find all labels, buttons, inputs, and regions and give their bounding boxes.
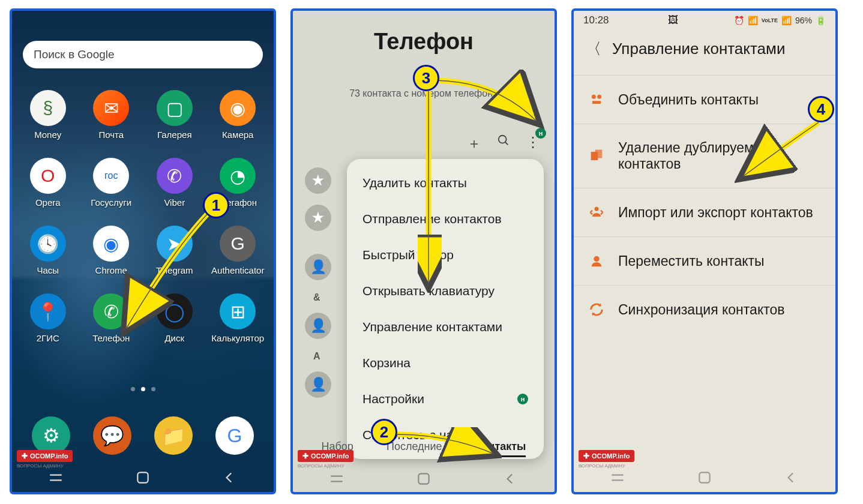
menu-item[interactable]: Быстрый набор [347,237,544,273]
app-chrome[interactable]: ◉Chrome [82,226,142,275]
home-button[interactable] [697,470,712,485]
recents-button[interactable] [610,470,625,485]
back-button[interactable] [784,470,799,485]
app-часы[interactable]: 🕓Часы [18,226,78,275]
app-label: Почта [98,130,124,140]
setting-item[interactable]: Переместить контакты [574,236,835,285]
contact-avatar[interactable]: ★ [305,205,331,231]
app-камера[interactable]: ◉Камера [208,90,268,140]
svg-rect-6 [595,150,603,158]
dock-messages[interactable]: 💬 [93,416,131,455]
app-2гис[interactable]: 📍2ГИС [18,293,78,343]
tab-Контакты[interactable]: Контакты [475,440,526,457]
overflow-menu: Удалить контактыОтправление контактовБыс… [347,159,544,459]
contact-avatar[interactable]: ★ [305,167,331,194]
setting-item[interactable]: Импорт или экспорт контактов [574,188,835,236]
contact-avatar[interactable]: 👤 [305,254,331,280]
app-label: Диск [164,333,184,343]
status-time: 10:28 [583,14,609,26]
app-label: 2ГИС [37,333,59,343]
setting-label: Импорт или экспорт контактов [618,205,813,221]
setting-label: Переместить контакты [618,253,765,269]
dock-files[interactable]: 📁 [154,416,193,455]
menu-item[interactable]: Открывать клавиатуру [347,273,544,309]
menu-item[interactable]: Корзина [347,345,544,381]
home-button[interactable] [135,470,151,485]
app-grid: §Money✉Почта▢Галерея◉КамераOOperaгосГосу… [18,90,268,343]
menu-item[interactable]: Отправление контактов [347,201,544,237]
app-opera[interactable]: OOpera [18,158,78,208]
app-viber[interactable]: ✆Viber [145,158,205,208]
phone-homescreen: Поиск в Google §Money✉Почта▢Галерея◉Каме… [10,8,276,494]
app-телефон[interactable]: ✆Телефон [82,293,142,343]
annotation-bubble-4: 4 [808,96,834,122]
menu-item-label: Быстрый набор [362,248,454,262]
move-icon [588,253,605,269]
menu-item[interactable]: Удалить контакты [347,165,544,201]
app-госуслуги[interactable]: госГосуслуги [82,158,142,208]
recents-button[interactable] [329,471,344,487]
status-bar: 10:28 🖼 ⏰ 📶 VoLTE 📶 96% 🔋 [574,11,835,30]
signal-icon: 📶 [781,16,792,25]
svg-rect-2 [418,473,428,484]
svg-point-1 [499,136,507,143]
menu-item[interactable]: Управление контактами [347,309,544,345]
app-icon: ➤ [157,226,193,262]
google-search-bar[interactable]: Поиск в Google [23,41,263,68]
app-telegram[interactable]: ➤Telegram [145,226,205,275]
app-icon: 📍 [30,293,66,329]
app-label: Телефон [92,333,130,343]
watermark-sub: ВОПРОСЫ АДМИНУ [579,463,625,469]
svg-rect-0 [137,472,148,482]
back-icon[interactable]: 〈 [586,38,601,59]
menu-item-label: Удалить контакты [362,176,467,190]
app-label: Госуслуги [91,197,131,208]
app-калькулятор[interactable]: ⊞Калькулятор [208,293,268,343]
menu-item-label: Открывать клавиатуру [362,284,495,298]
tab-Последние[interactable]: Последние [386,440,442,457]
page-title: Управление контактами [612,40,785,58]
section-letter: А [313,351,331,362]
setting-item[interactable]: Объединить контакты [574,75,835,124]
app-label: Opera [35,197,61,208]
back-button[interactable] [503,471,519,487]
app-icon: ✉ [93,90,129,126]
overflow-menu-icon[interactable]: ⋮н [526,134,540,153]
page-header: 〈 Управление контактами [574,30,835,75]
app-label: Authenticator [211,265,264,275]
svg-point-8 [594,256,599,262]
contact-avatar[interactable]: 👤 [305,313,331,339]
dock-settings[interactable]: ⚙ [32,416,70,455]
app-money[interactable]: §Money [18,90,78,140]
battery-percent: 96% [795,16,812,25]
home-button[interactable] [416,471,432,487]
app-label: Viber [164,197,185,208]
sync-icon [588,301,605,318]
app-icon: G [220,226,256,262]
setting-item[interactable]: Синхронизация контактов [574,285,835,334]
setting-item[interactable]: Удаление дублируемых контактов [574,124,835,188]
add-icon[interactable]: ＋ [467,134,481,153]
watermark: OCOMP.info [579,450,634,462]
app-title: Телефон [293,29,555,55]
dock-google[interactable]: G [215,416,254,455]
contact-list-partial: ★ ★ 👤 & 👤 А 👤 [305,164,331,401]
back-button[interactable] [222,470,238,485]
app-icon: ✆ [93,293,129,329]
app-label: Галерея [157,130,192,140]
app-диск[interactable]: ◯Диск [145,293,205,343]
contact-avatar[interactable]: 👤 [305,371,331,398]
menu-item[interactable]: Настройкин [347,381,544,417]
menu-item-label: Отправление контактов [362,212,502,226]
toolbar: ＋ ⋮н [293,134,555,153]
watermark: OCOMP.info [17,450,73,462]
recents-button[interactable] [48,470,64,485]
app-галерея[interactable]: ▢Галерея [145,90,205,140]
app-почта[interactable]: ✉Почта [82,90,142,140]
watermark-sub: ВОПРОСЫ АДМИНУ [298,463,344,469]
dock: ⚙💬📁G [20,416,265,455]
page-indicator [12,387,274,391]
app-icon: ◯ [157,293,193,329]
search-icon[interactable] [497,134,510,153]
app-authenticator[interactable]: GAuthenticator [208,226,268,275]
